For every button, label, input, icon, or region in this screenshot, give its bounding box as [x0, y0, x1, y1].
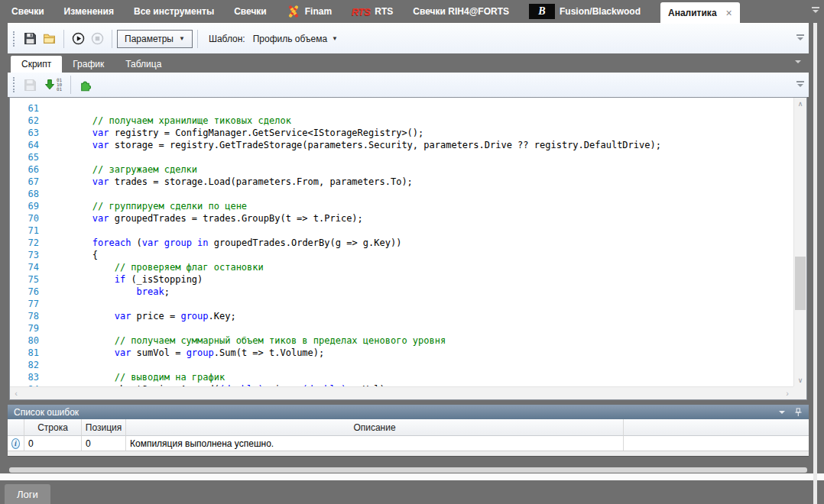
line-number: 66: [10, 163, 48, 176]
save-icon[interactable]: [24, 32, 37, 45]
code-text: if (_isStopping): [48, 273, 203, 286]
scroll-down-icon[interactable]: ∨: [794, 374, 806, 386]
code-line[interactable]: 66 // загружаем сделки: [10, 163, 793, 176]
code-line[interactable]: 69 // группируем сделки по цене: [10, 200, 793, 212]
stop-icon[interactable]: [91, 32, 104, 45]
column-header-description[interactable]: Описание: [126, 419, 624, 436]
panel-chevron-down-icon[interactable]: [779, 411, 785, 414]
close-tab-icon[interactable]: ×: [726, 7, 732, 19]
compile-icon[interactable]: 01 10 01: [44, 78, 62, 92]
toolbar-separator: [63, 30, 64, 48]
scroll-up-icon[interactable]: ∧: [794, 98, 806, 110]
plugin-puzzle-icon[interactable]: [79, 79, 92, 92]
code-line[interactable]: 71: [10, 225, 793, 237]
chevron-down-icon: ▼: [332, 35, 338, 42]
run-icon[interactable]: [72, 32, 85, 45]
column-header-icon[interactable]: [8, 419, 24, 436]
scroll-right-icon[interactable]: ›: [781, 387, 793, 399]
code-line[interactable]: 70 var groupedTrades = trades.GroupBy(t …: [10, 212, 793, 225]
toolbar-grip[interactable]: [13, 77, 15, 92]
code-line[interactable]: 63 var registry = ConfigManager.GetServi…: [10, 127, 793, 139]
tab-finam[interactable]: Finam: [287, 5, 332, 18]
code-line[interactable]: 67 var trades = storage.Load(parameters.…: [10, 176, 793, 188]
code-line[interactable]: 62 // получаем хранилище тиковых сделок: [10, 115, 793, 127]
scroll-left-icon[interactable]: ‹: [10, 387, 22, 399]
code-line[interactable]: 74 // проверяем флаг остановки: [10, 261, 793, 273]
line-number: 67: [10, 176, 48, 188]
pin-icon[interactable]: [794, 408, 803, 417]
error-row-filler: [624, 436, 809, 451]
line-number: 75: [10, 273, 48, 286]
code-text: var registry = ConfigManager.GetService<…: [48, 127, 423, 139]
code-line[interactable]: 64 var storage = registry.GetTradeStorag…: [10, 139, 793, 151]
line-number: 73: [10, 249, 48, 261]
toolbar-grip[interactable]: [13, 31, 15, 47]
code-line[interactable]: 77: [10, 298, 793, 310]
open-folder-icon[interactable]: [43, 32, 56, 45]
column-header-line[interactable]: Строка: [24, 419, 82, 436]
code-text: foreach (var group in groupedTrades.Orde…: [48, 237, 401, 249]
line-number: 64: [10, 139, 48, 151]
tab-candles-1[interactable]: Свечки: [11, 6, 44, 17]
code-editor[interactable]: 6162 // получаем хранилище тиковых сдело…: [9, 97, 807, 400]
parameters-button[interactable]: Параметры ▼: [117, 30, 193, 48]
code-text: break;: [48, 286, 170, 298]
save-script-icon-disabled[interactable]: [24, 79, 37, 92]
code-text: // получаем хранилище тиковых сделок: [48, 115, 291, 127]
code-text: // выводим на график: [48, 371, 225, 383]
error-row-position: 0: [82, 436, 126, 451]
tab-fusion-blackwood[interactable]: B Fusion/Blackwood: [529, 4, 641, 19]
code-line[interactable]: 81 var sumVol = group.Sum(t => t.Volume)…: [10, 347, 793, 359]
tab-chart[interactable]: График: [62, 56, 115, 73]
column-header-position[interactable]: Позиция: [82, 419, 126, 436]
window-overflow-menu-icon[interactable]: [811, 7, 820, 13]
column-header-filler: [624, 419, 809, 436]
tab-changes[interactable]: Изменения: [64, 6, 114, 17]
tab-candles-2[interactable]: Свечки: [234, 6, 267, 17]
code-text: var groupedTrades = trades.GroupBy(t => …: [48, 212, 363, 225]
template-value: Профиль объема: [253, 34, 327, 44]
right-splitter[interactable]: [813, 23, 817, 504]
code-line[interactable]: 72 foreach (var group in groupedTrades.O…: [10, 237, 793, 249]
line-number: 68: [10, 188, 48, 200]
vertical-scrollbar[interactable]: ∧ ∨: [793, 98, 806, 386]
tab-table[interactable]: Таблица: [115, 56, 172, 73]
dock-divider: [0, 473, 824, 480]
code-line[interactable]: 80 // получаем суммарный объем тиков в п…: [10, 334, 793, 347]
code-line[interactable]: 76 break;: [10, 286, 793, 298]
tab-candles-rih4-forts[interactable]: Свечки RIH4@FORTS: [413, 6, 509, 17]
toolbar-overflow-icon[interactable]: [796, 34, 805, 40]
code-line[interactable]: 82: [10, 359, 793, 371]
line-number: 71: [10, 225, 48, 237]
code-lines[interactable]: 6162 // получаем хранилище тиковых сдело…: [10, 98, 793, 386]
template-label: Шаблон:: [209, 34, 245, 44]
logs-tab-button[interactable]: Логи: [5, 484, 50, 504]
code-text: // получаем суммарный объем тиков в пред…: [48, 334, 446, 347]
editor-toolbar-overflow-icon[interactable]: [796, 81, 805, 87]
code-line[interactable]: 83 // выводим на график: [10, 371, 793, 383]
tab-analytics-active[interactable]: Аналитика ×: [660, 2, 740, 23]
code-line[interactable]: 78 var price = group.Key;: [10, 310, 793, 322]
code-line[interactable]: 75 if (_isStopping): [10, 273, 793, 286]
code-line[interactable]: 65: [10, 151, 793, 163]
tab-rts[interactable]: RTS RTS: [352, 6, 393, 18]
tab-all-instruments[interactable]: Все инструменты: [134, 6, 214, 17]
horizontal-scrollbar[interactable]: ‹ ›: [10, 386, 793, 399]
tab-label: Fusion/Blackwood: [560, 6, 641, 17]
vertical-scrollbar-thumb[interactable]: [795, 257, 806, 310]
toolbar-separator: [197, 30, 198, 48]
tab-label: Изменения: [64, 6, 114, 17]
code-line[interactable]: 73 {: [10, 249, 793, 261]
error-table: Строка Позиция Описание i 0 0 Компиляция…: [8, 419, 809, 451]
template-dropdown[interactable]: Профиль объема ▼: [250, 34, 341, 44]
error-panel-header[interactable]: Список ошибок: [8, 405, 809, 419]
top-tab-bar: Свечки Изменения Все инструменты Свечки …: [0, 0, 824, 23]
code-line[interactable]: 68: [10, 188, 793, 200]
tab-script[interactable]: Скрипт: [11, 56, 62, 73]
tab-label: Свечки RIH4@FORTS: [413, 6, 509, 17]
collapsed-scrollbar-strip[interactable]: [9, 467, 807, 473]
tabstrip-chevron-down-icon[interactable]: [795, 60, 801, 63]
table-row[interactable]: i 0 0 Компиляция выполнена успешно.: [8, 436, 809, 451]
code-line[interactable]: 61: [10, 102, 793, 115]
code-line[interactable]: 79: [10, 322, 793, 334]
